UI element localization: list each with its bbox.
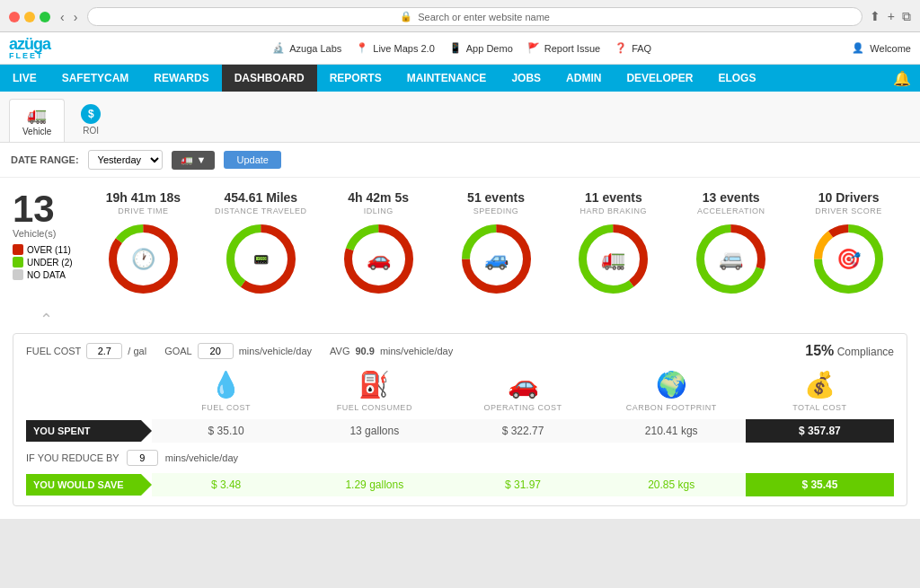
update-button[interactable]: Update bbox=[224, 151, 280, 169]
roi-top-row: FUEL COST / gal GOAL mins/vehicle/day AV… bbox=[26, 343, 894, 359]
notification-bell-icon[interactable]: 🔔 bbox=[893, 70, 911, 87]
operating-cost-col-label: OPERATING COST bbox=[452, 403, 593, 412]
labs-icon: 🔬 bbox=[272, 42, 285, 54]
nav-developer[interactable]: DEVELOPER bbox=[614, 65, 705, 92]
nav-elogs[interactable]: ELOGS bbox=[705, 65, 768, 92]
idle-car-icon: 🚗 bbox=[367, 248, 391, 271]
goal-field-unit: mins/vehicle/day bbox=[239, 346, 312, 356]
drive-time-donut: 🕐 bbox=[105, 221, 181, 297]
labs-label: Azuga Labs bbox=[289, 43, 341, 54]
save-carbon: 20.85 kgs bbox=[597, 473, 746, 496]
legend-under: UNDER (2) bbox=[13, 257, 84, 268]
reduce-input[interactable] bbox=[127, 450, 158, 466]
tabs-icon[interactable]: ⧉ bbox=[902, 9, 911, 24]
browser-nav: ‹ › bbox=[58, 10, 80, 24]
dashboard-content: 13 Vehicle(s) OVER (11) UNDER (2) NO DAT… bbox=[0, 178, 920, 519]
roi-tab-icon: $ bbox=[81, 104, 101, 124]
close-button[interactable] bbox=[9, 12, 20, 22]
expand-arrow-icon[interactable]: ⌃ bbox=[40, 310, 53, 329]
clock-icon: 🕐 bbox=[131, 248, 155, 271]
operating-cost-col-header: 🚗 OPERATING COST bbox=[448, 370, 597, 412]
braking-label: HARD BRAKING bbox=[580, 206, 648, 215]
forward-button[interactable]: › bbox=[71, 10, 81, 24]
header-report-issue[interactable]: 🚩 Report Issue bbox=[527, 42, 600, 54]
save-fuel-consumed: 1.29 gallons bbox=[300, 473, 448, 496]
traffic-lights bbox=[9, 12, 50, 22]
tab-vehicle[interactable]: 🚛 Vehicle bbox=[9, 99, 65, 142]
report-label: Report Issue bbox=[544, 43, 600, 54]
save-row: YOU WOULD SAVE $ 3.48 1.29 gallons $ 31.… bbox=[26, 473, 894, 496]
stat-idling: 4h 42m 5s IDLING 🚗 bbox=[320, 190, 438, 297]
compliance-area: 15% Compliance bbox=[805, 343, 894, 359]
vehicle-filter-button[interactable]: 🚛 ▼ bbox=[172, 151, 216, 170]
total-cost-col-header: 💰 TOTAL COST bbox=[746, 370, 894, 412]
date-range-select[interactable]: Yesterday bbox=[88, 150, 163, 170]
fuel-cost-input[interactable] bbox=[86, 343, 122, 359]
save-label-cell: YOU WOULD SAVE bbox=[26, 474, 152, 496]
spent-label-cell: YOU SPENT bbox=[26, 420, 152, 442]
accel-van-icon: 🚐 bbox=[719, 248, 743, 271]
acceleration-donut: 🚐 bbox=[693, 221, 769, 297]
tab-roi[interactable]: $ ROI bbox=[68, 99, 113, 142]
avg-unit: mins/vehicle/day bbox=[380, 346, 453, 356]
fullscreen-button[interactable] bbox=[40, 12, 50, 22]
spent-label: YOU SPENT bbox=[33, 426, 91, 436]
goal-field-label: GOAL bbox=[164, 346, 192, 356]
fuel-cost-unit: / gal bbox=[128, 346, 146, 356]
drive-time-label: DRIVE TIME bbox=[118, 206, 168, 215]
address-bar[interactable]: 🔒 Search or enter website name bbox=[87, 7, 862, 26]
address-text: Search or enter website name bbox=[418, 12, 550, 22]
acceleration-value: 13 events bbox=[703, 190, 760, 205]
legend-nodata: NO DATA bbox=[13, 269, 84, 280]
stat-distance: 454.61 Miles DISTANCE TRAVELED 📟 bbox=[202, 190, 320, 297]
driver-score-value: 10 Drivers bbox=[818, 190, 880, 205]
logo-name: azüga bbox=[9, 36, 72, 52]
reduce-unit: mins/vehicle/day bbox=[165, 452, 238, 463]
nav-maintenance[interactable]: MAINTENANCE bbox=[394, 65, 500, 92]
sub-nav: 🚛 Vehicle $ ROI bbox=[0, 92, 920, 143]
reduce-row: IF YOU REDUCE BY mins/vehicle/day bbox=[26, 450, 894, 466]
roi-column-headers: 💧 FUEL COST ⛽ FUEL CONSUMED 🚗 OPERATING … bbox=[152, 370, 894, 412]
idling-donut: 🚗 bbox=[341, 221, 417, 297]
braking-value: 11 events bbox=[585, 190, 642, 205]
fuel-cost-col-header: 💧 FUEL COST bbox=[152, 370, 300, 412]
header-live-maps[interactable]: 📍 Live Maps 2.0 bbox=[356, 42, 434, 54]
app-header: azüga FLEET 🔬 Azuga Labs 📍 Live Maps 2.0… bbox=[0, 32, 920, 65]
total-cost-icon: 💰 bbox=[749, 370, 890, 399]
avg-field: AVG 90.9 mins/vehicle/day bbox=[330, 346, 453, 356]
fuel-consumed-icon: ⛽ bbox=[304, 370, 445, 399]
driver-score-label: DRIVER SCORE bbox=[815, 206, 882, 215]
header-app-demo[interactable]: 📱 App Demo bbox=[449, 42, 513, 54]
share-icon[interactable]: ⬆ bbox=[870, 9, 880, 24]
braking-donut: 🚛 bbox=[575, 221, 651, 297]
speeding-label: SPEEDING bbox=[473, 206, 519, 215]
legend-dot-red bbox=[13, 244, 23, 255]
header-faq[interactable]: ❓ FAQ bbox=[615, 42, 651, 54]
legend-nodata-label: NO DATA bbox=[27, 270, 66, 280]
brake-truck-icon: 🚛 bbox=[601, 248, 625, 271]
compliance-label: Compliance bbox=[837, 346, 894, 358]
spent-fuel-cost: $ 35.10 bbox=[152, 419, 300, 443]
nav-live[interactable]: LIVE bbox=[0, 65, 49, 92]
driver-score-donut: 🎯 bbox=[810, 221, 887, 297]
nav-safetycam[interactable]: SAFETYCAM bbox=[49, 65, 142, 92]
nav-admin[interactable]: ADMIN bbox=[553, 65, 614, 92]
user-icon: 👤 bbox=[852, 42, 864, 54]
header-nav: 🔬 Azuga Labs 📍 Live Maps 2.0 📱 App Demo … bbox=[81, 42, 843, 54]
header-azuga-labs[interactable]: 🔬 Azuga Labs bbox=[272, 42, 341, 54]
demo-label: App Demo bbox=[466, 43, 513, 54]
nav-dashboard[interactable]: DASHBOARD bbox=[222, 65, 317, 92]
speeding-value: 51 events bbox=[467, 190, 525, 205]
nav-rewards[interactable]: REWARDS bbox=[141, 65, 221, 92]
report-icon: 🚩 bbox=[527, 42, 540, 54]
new-tab-icon[interactable]: + bbox=[888, 9, 895, 24]
minimize-button[interactable] bbox=[24, 12, 35, 22]
roi-section: FUEL COST / gal GOAL mins/vehicle/day AV… bbox=[13, 333, 907, 506]
nav-jobs[interactable]: JOBS bbox=[499, 65, 553, 92]
fuel-cost-field-label: FUEL COST bbox=[26, 346, 81, 356]
goal-input[interactable] bbox=[198, 343, 234, 359]
spent-total: $ 357.87 bbox=[746, 419, 894, 443]
vehicle-count-label: Vehicle(s) bbox=[13, 228, 84, 239]
nav-reports[interactable]: REPORTS bbox=[317, 65, 394, 92]
back-button[interactable]: ‹ bbox=[58, 10, 67, 24]
